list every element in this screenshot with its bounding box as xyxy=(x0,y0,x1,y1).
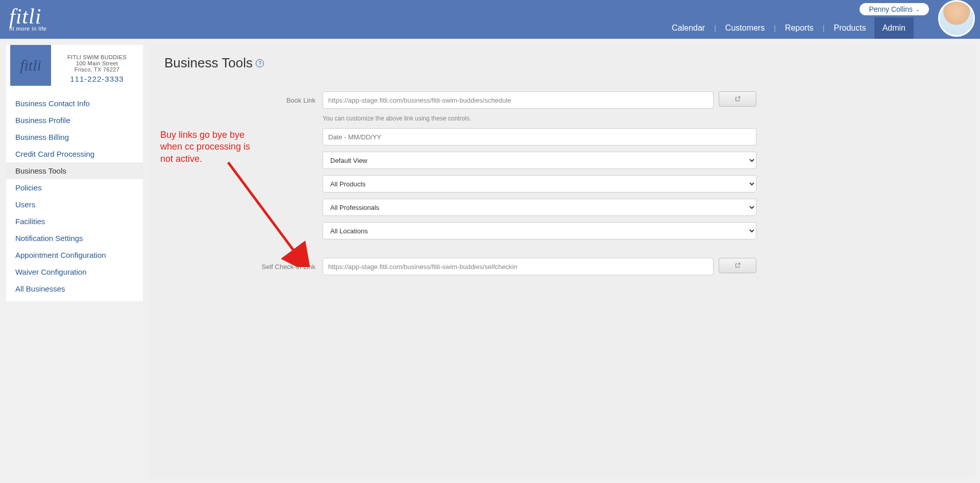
user-avatar[interactable] xyxy=(938,0,975,37)
page-title: Business Tools ? xyxy=(164,55,960,71)
chevron-down-icon: ⌄ xyxy=(916,7,920,12)
sidebar-item-all-businesses[interactable]: All Businesses xyxy=(6,280,143,297)
brand-logo-text: fitli xyxy=(9,5,41,28)
sidebar-item-tools[interactable]: Business Tools xyxy=(6,162,143,179)
brand-tagline: fit more in life xyxy=(9,26,46,32)
business-address2: Frisco, TX 76227 xyxy=(54,66,140,73)
brand-logo[interactable]: fitli fit more in life xyxy=(9,4,46,32)
business-address1: 100 Main Street xyxy=(54,60,140,66)
nav-calendar[interactable]: Calendar xyxy=(664,17,713,39)
annotation-text: Buy links go bye bye when cc processing … xyxy=(160,129,262,165)
customize-hint: You can customize the above link using t… xyxy=(323,115,471,122)
products-select[interactable]: All Products xyxy=(323,175,756,192)
sidebar-item-billing[interactable]: Business Billing xyxy=(6,129,143,146)
user-menu[interactable]: Penny Collins ⌄ xyxy=(860,3,929,15)
business-logo: fitli xyxy=(10,45,51,86)
sidebar-item-cc[interactable]: Credit Card Processing xyxy=(6,146,143,162)
sidebar-item-users[interactable]: Users xyxy=(6,196,143,213)
locations-select[interactable]: All Locations xyxy=(323,222,756,239)
sidebar-item-appointment[interactable]: Appointment Configuration xyxy=(6,247,143,263)
external-link-icon xyxy=(734,262,741,269)
open-checkin-link-button[interactable] xyxy=(719,258,756,273)
form-area: Book Link You can customize the above li… xyxy=(164,91,960,275)
sidebar-item-profile[interactable]: Business Profile xyxy=(6,112,143,129)
business-info: FITLI SWIM BUDDIES 100 Main Street Frisc… xyxy=(51,45,143,86)
user-name: Penny Collins xyxy=(869,5,913,13)
professionals-select[interactable]: All Professionals xyxy=(323,199,756,216)
date-input[interactable] xyxy=(323,128,756,146)
help-icon[interactable]: ? xyxy=(256,59,264,67)
business-block: fitli FITLI SWIM BUDDIES 100 Main Street… xyxy=(6,45,143,91)
nav-separator: | xyxy=(773,24,777,32)
sidebar-item-notifications[interactable]: Notification Settings xyxy=(6,230,143,247)
checkin-link-input[interactable] xyxy=(323,258,714,275)
nav-customers[interactable]: Customers xyxy=(717,17,773,39)
sidebar-item-waiver[interactable]: Waiver Configuration xyxy=(6,263,143,280)
nav-reports[interactable]: Reports xyxy=(777,17,822,39)
nav-products[interactable]: Products xyxy=(826,17,874,39)
sidebar-item-contact[interactable]: Business Contact Info xyxy=(6,95,143,112)
book-link-label: Book Link xyxy=(164,96,323,104)
main-content: Business Tools ? Buy links go bye bye wh… xyxy=(149,45,975,478)
nav-separator: | xyxy=(713,24,717,32)
book-link-input[interactable] xyxy=(323,91,714,109)
checkin-link-label: Self Check-In Link xyxy=(164,263,323,271)
nav-separator: | xyxy=(822,24,826,32)
nav-admin[interactable]: Admin xyxy=(874,17,914,39)
business-phone: 111-222-3333 xyxy=(54,75,140,83)
view-select[interactable]: Default View xyxy=(323,152,756,169)
sidebar-item-policies[interactable]: Policies xyxy=(6,179,143,196)
side-nav: Business Contact Info Business Profile B… xyxy=(6,91,143,301)
open-book-link-button[interactable] xyxy=(719,91,756,107)
sidebar: fitli FITLI SWIM BUDDIES 100 Main Street… xyxy=(6,45,143,301)
sidebar-item-facilities[interactable]: Facilities xyxy=(6,213,143,230)
top-header: fitli fit more in life Penny Collins ⌄ C… xyxy=(0,0,980,39)
primary-nav: Calendar | Customers | Reports | Product… xyxy=(664,17,914,39)
external-link-icon xyxy=(734,96,741,102)
business-name: FITLI SWIM BUDDIES xyxy=(54,54,140,60)
